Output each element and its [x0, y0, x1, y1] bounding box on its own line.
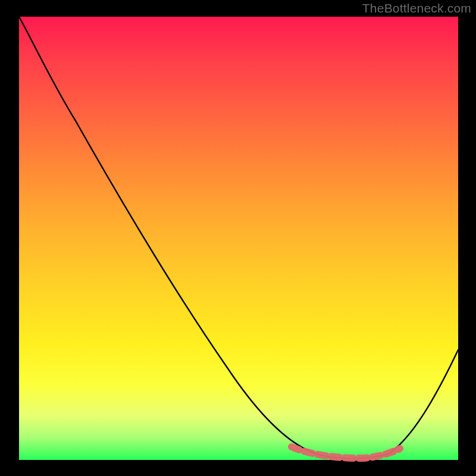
watermark-label: TheBottleneck.com [362, 1, 471, 15]
plot-area [19, 17, 458, 460]
optimal-range-highlight [292, 447, 400, 458]
curve-svg [19, 17, 458, 460]
chart-frame: TheBottleneck.com [0, 0, 476, 476]
bottleneck-curve-line [19, 17, 458, 459]
